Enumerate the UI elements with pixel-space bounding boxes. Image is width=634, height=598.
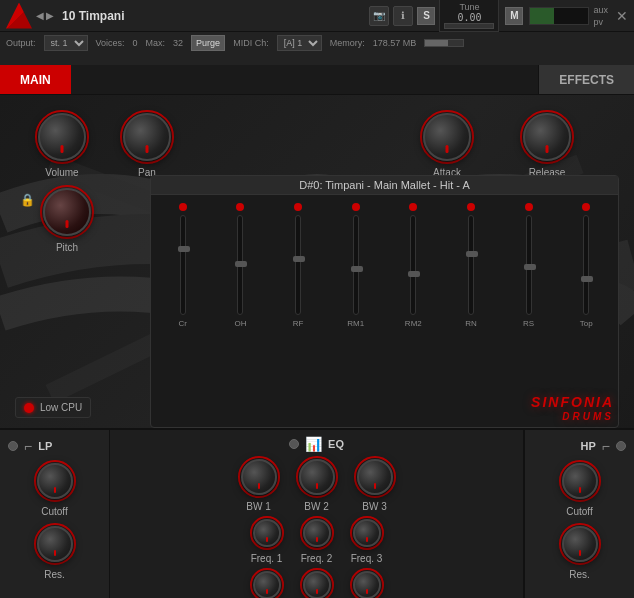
channel-cr-label: Cr bbox=[179, 319, 187, 328]
tune-area: Tune 0.00 bbox=[439, 0, 499, 32]
eq-bw2-knob[interactable] bbox=[299, 459, 335, 495]
channel-oh-thumb[interactable] bbox=[235, 261, 247, 267]
eq-gain3-knob[interactable] bbox=[353, 571, 381, 598]
sinfonia-line1: SINFONIA bbox=[531, 394, 614, 411]
lp-res-label: Res. bbox=[44, 569, 65, 580]
m-button[interactable]: M bbox=[505, 7, 523, 25]
eq-gain1-group: Gain 1 bbox=[250, 568, 284, 598]
close-icon[interactable]: ✕ bbox=[616, 8, 628, 24]
channel-oh-fader[interactable] bbox=[237, 215, 243, 315]
channel-rf-thumb[interactable] bbox=[293, 256, 305, 262]
max-value: 32 bbox=[173, 38, 183, 48]
pitch-knob[interactable] bbox=[43, 188, 91, 236]
pitch-group: 🔒 Pitch bbox=[40, 185, 94, 253]
eq-bw3-group: BW 3 bbox=[354, 456, 396, 512]
aux-pv-area: aux pv bbox=[593, 5, 608, 27]
s-button[interactable]: S bbox=[417, 7, 435, 25]
header-tabs: MAIN EFFECTS bbox=[0, 65, 634, 95]
channel-cr: Cr bbox=[155, 203, 211, 328]
low-cpu-indicator bbox=[24, 403, 34, 413]
channel-top-dot[interactable] bbox=[582, 203, 590, 211]
attack-ring bbox=[420, 110, 474, 164]
eq-bw2-label: BW 2 bbox=[304, 501, 328, 512]
attack-knob[interactable] bbox=[423, 113, 471, 161]
second-row: Output: st. 1 Voices: 0 Max: 32 Purge MI… bbox=[0, 32, 634, 54]
channel-rf-dot[interactable] bbox=[294, 203, 302, 211]
channel-rs-dot[interactable] bbox=[525, 203, 533, 211]
nav-prev-arrow[interactable]: ◀ bbox=[36, 10, 44, 21]
channel-top-thumb[interactable] bbox=[581, 276, 593, 282]
low-cpu-button[interactable]: Low CPU bbox=[15, 397, 91, 418]
channel-rm1-dot[interactable] bbox=[352, 203, 360, 211]
eq-freq2-label: Freq. 2 bbox=[301, 553, 333, 564]
hp-header: HP ⌐ bbox=[529, 438, 630, 454]
eq-freq1-knob[interactable] bbox=[253, 519, 281, 547]
output-select[interactable]: st. 1 bbox=[44, 35, 88, 51]
channel-rm2-dot[interactable] bbox=[409, 203, 417, 211]
channel-rm1-thumb[interactable] bbox=[351, 266, 363, 272]
voices-label: Voices: bbox=[96, 38, 125, 48]
channel-rm2-thumb[interactable] bbox=[408, 271, 420, 277]
release-knob[interactable] bbox=[523, 113, 571, 161]
channel-oh-dot[interactable] bbox=[236, 203, 244, 211]
channel-cr-fader[interactable] bbox=[180, 215, 186, 315]
hp-enable-button[interactable] bbox=[616, 441, 626, 451]
eq-freq2-knob[interactable] bbox=[303, 519, 331, 547]
channel-cr-thumb[interactable] bbox=[178, 246, 190, 252]
channel-rm2-fader[interactable] bbox=[410, 215, 416, 315]
info-icon[interactable]: ℹ bbox=[393, 6, 413, 26]
lock-icon[interactable]: 🔒 bbox=[20, 193, 35, 207]
tab-effects[interactable]: EFFECTS bbox=[538, 65, 634, 94]
lp-header: ⌐ LP bbox=[4, 438, 105, 454]
channel-rn-dot[interactable] bbox=[467, 203, 475, 211]
channel-rs-thumb[interactable] bbox=[524, 264, 536, 270]
midi-select[interactable]: [A] 1 bbox=[277, 35, 322, 51]
eq-freq2-ring bbox=[300, 516, 334, 550]
channel-rf-fader[interactable] bbox=[295, 215, 301, 315]
channel-rn: RN bbox=[443, 203, 499, 328]
eq-enable-button[interactable] bbox=[289, 439, 299, 449]
channel-oh: OH bbox=[213, 203, 269, 328]
tune-slider[interactable] bbox=[444, 23, 494, 29]
pan-knob[interactable] bbox=[123, 113, 171, 161]
hp-cutoff-knob[interactable] bbox=[562, 463, 598, 499]
eq-bw1-knob[interactable] bbox=[241, 459, 277, 495]
channel-rn-fader[interactable] bbox=[468, 215, 474, 315]
eq-bw3-knob[interactable] bbox=[357, 459, 393, 495]
tab-main[interactable]: MAIN bbox=[0, 65, 71, 94]
eq-gain2-knob[interactable] bbox=[303, 571, 331, 598]
channel-rn-thumb[interactable] bbox=[466, 251, 478, 257]
hp-section: HP ⌐ Cutoff Res. bbox=[524, 430, 634, 598]
camera-icon[interactable]: 📷 bbox=[369, 6, 389, 26]
eq-gain1-knob[interactable] bbox=[253, 571, 281, 598]
tune-value: 0.00 bbox=[457, 12, 481, 23]
lp-cutoff-label: Cutoff bbox=[41, 506, 68, 517]
sinfonia-logo: SINFONIA DRUMS bbox=[531, 394, 614, 423]
eq-freq3-group: Freq. 3 bbox=[350, 516, 384, 564]
volume-knob[interactable] bbox=[38, 113, 86, 161]
filter-row: ⌐ LP Cutoff Res. bbox=[0, 430, 634, 598]
channel-rs-fader[interactable] bbox=[526, 215, 532, 315]
output-label: Output: bbox=[6, 38, 36, 48]
lp-res-knob[interactable] bbox=[37, 526, 73, 562]
mixer-title: D#0: Timpani - Main Mallet - Hit - A bbox=[151, 176, 618, 195]
eq-freq3-knob[interactable] bbox=[353, 519, 381, 547]
eq-bw3-ring bbox=[354, 456, 396, 498]
lp-section: ⌐ LP Cutoff Res. bbox=[0, 430, 110, 598]
hp-res-knob[interactable] bbox=[562, 526, 598, 562]
hp-shape-icon: ⌐ bbox=[602, 438, 610, 454]
plugin-logo-icon bbox=[6, 3, 32, 29]
lp-enable-button[interactable] bbox=[8, 441, 18, 451]
eq-header: 📊 EQ bbox=[289, 436, 344, 452]
channel-rm1-fader[interactable] bbox=[353, 215, 359, 315]
aux-label: aux bbox=[593, 5, 608, 15]
channel-top-fader[interactable] bbox=[583, 215, 589, 315]
channel-cr-dot[interactable] bbox=[179, 203, 187, 211]
volume-group: Volume bbox=[35, 110, 89, 178]
purge-button[interactable]: Purge bbox=[191, 35, 225, 51]
channel-rm1: RM1 bbox=[328, 203, 384, 328]
attack-group: Attack bbox=[420, 110, 474, 178]
eq-freq2-group: Freq. 2 bbox=[300, 516, 334, 564]
nav-next-arrow[interactable]: ▶ bbox=[46, 10, 54, 21]
lp-cutoff-knob[interactable] bbox=[37, 463, 73, 499]
